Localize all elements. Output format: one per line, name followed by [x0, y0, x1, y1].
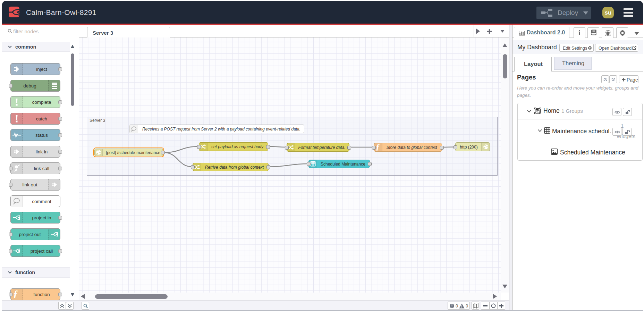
svg-text:Server 3: Server 3	[90, 118, 105, 123]
